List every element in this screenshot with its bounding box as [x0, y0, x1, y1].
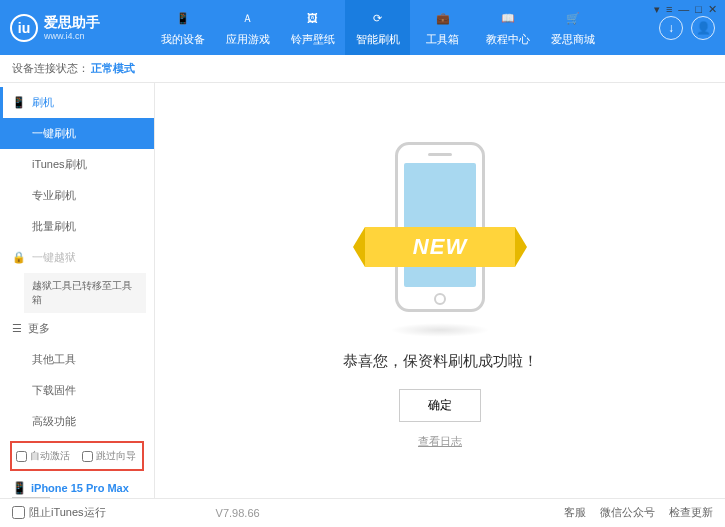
footer: 阻止iTunes运行 V7.98.66 客服 微信公众号 检查更新: [0, 498, 725, 526]
nav-ringtone-wallpaper[interactable]: 🖼 铃声壁纸: [280, 0, 345, 55]
toolbox-icon: 💼: [433, 8, 453, 28]
sidebar-item-itunes-flash[interactable]: iTunes刷机: [0, 149, 154, 180]
sidebar-group-jailbreak[interactable]: 🔒 一键越狱: [0, 242, 154, 273]
footer-link-wechat[interactable]: 微信公众号: [600, 505, 655, 520]
status-bar: 设备连接状态： 正常模式: [0, 55, 725, 83]
footer-link-update[interactable]: 检查更新: [669, 505, 713, 520]
sidebar-group-flash[interactable]: 📱 刷机: [0, 87, 154, 118]
maximize-icon[interactable]: □: [695, 3, 702, 16]
auto-activate-checkbox[interactable]: 自动激活: [16, 449, 70, 463]
close-icon[interactable]: ✕: [708, 3, 717, 16]
sidebar-item-one-click-flash[interactable]: 一键刷机: [0, 118, 154, 149]
sidebar-item-advanced[interactable]: 高级功能: [0, 406, 154, 437]
nav-smart-flash[interactable]: ⟳ 智能刷机: [345, 0, 410, 55]
block-itunes-label: 阻止iTunes运行: [29, 505, 106, 520]
user-icon: 👤: [696, 21, 711, 35]
list-icon: ☰: [12, 322, 22, 335]
success-message: 恭喜您，保资料刷机成功啦！: [343, 352, 538, 371]
sidebar-item-other-tools[interactable]: 其他工具: [0, 344, 154, 375]
download-icon: ↓: [668, 21, 674, 35]
main-content: NEW 恭喜您，保资料刷机成功啦！ 确定 查看日志: [155, 83, 725, 498]
status-mode: 正常模式: [91, 61, 135, 76]
book-icon: 📖: [498, 8, 518, 28]
app-title: 爱思助手: [44, 14, 100, 31]
cart-icon: 🛒: [563, 8, 583, 28]
phone-icon: 📱: [173, 8, 193, 28]
flash-icon: ⟳: [368, 8, 388, 28]
device-icon: 📱: [12, 481, 27, 495]
device-name: iPhone 15 Pro Max: [31, 482, 129, 494]
sidebar-item-download-firmware[interactable]: 下载固件: [0, 375, 154, 406]
sidebar-jailbreak-note: 越狱工具已转移至工具箱: [24, 273, 146, 313]
nav-tutorials[interactable]: 📖 教程中心: [475, 0, 540, 55]
logo: iu 爱思助手 www.i4.cn: [10, 14, 150, 42]
device-info: 📱 iPhone 15 Pro Max 512GB iPhone: [10, 477, 144, 498]
user-button[interactable]: 👤: [691, 16, 715, 40]
view-log-link[interactable]: 查看日志: [418, 434, 462, 449]
nav-my-device[interactable]: 📱 我的设备: [150, 0, 215, 55]
block-itunes-checkbox[interactable]: [12, 506, 25, 519]
phone-small-icon: 📱: [12, 96, 26, 109]
device-capacity: 512GB: [12, 497, 50, 498]
ok-button[interactable]: 确定: [399, 389, 481, 422]
logo-icon: iu: [10, 14, 38, 42]
settings-icon[interactable]: ≡: [666, 3, 672, 16]
version-label: V7.98.66: [216, 507, 260, 519]
footer-link-support[interactable]: 客服: [564, 505, 586, 520]
app-url: www.i4.cn: [44, 31, 100, 42]
sidebar-item-pro-flash[interactable]: 专业刷机: [0, 180, 154, 211]
highlighted-checkbox-area: 自动激活 跳过向导: [10, 441, 144, 471]
image-icon: 🖼: [303, 8, 323, 28]
status-label: 设备连接状态：: [12, 61, 89, 76]
download-button[interactable]: ↓: [659, 16, 683, 40]
nav-toolbox[interactable]: 💼 工具箱: [410, 0, 475, 55]
sidebar-group-more[interactable]: ☰ 更多: [0, 313, 154, 344]
minimize-icon[interactable]: ―: [678, 3, 689, 16]
skip-setup-checkbox[interactable]: 跳过向导: [82, 449, 136, 463]
sidebar-item-batch-flash[interactable]: 批量刷机: [0, 211, 154, 242]
lock-icon: 🔒: [12, 251, 26, 264]
nav-apps-games[interactable]: Ａ 应用游戏: [215, 0, 280, 55]
app-header: iu 爱思助手 www.i4.cn 📱 我的设备 Ａ 应用游戏 🖼 铃声壁纸 ⟳…: [0, 0, 725, 55]
nav-store[interactable]: 🛒 爱思商城: [540, 0, 605, 55]
sidebar: 📱 刷机 一键刷机 iTunes刷机 专业刷机 批量刷机 🔒 一键越狱 越狱工具…: [0, 83, 155, 498]
apps-icon: Ａ: [238, 8, 258, 28]
menu-icon[interactable]: ▾: [654, 3, 660, 16]
phone-illustration: NEW: [375, 132, 505, 332]
new-ribbon: NEW: [365, 227, 515, 267]
